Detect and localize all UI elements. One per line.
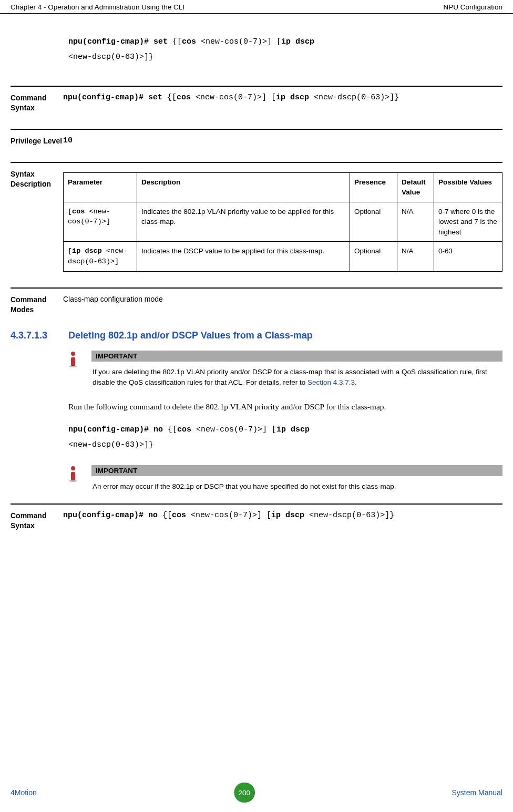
param-bold: cos	[72, 208, 85, 215]
td-default: N/A	[397, 242, 434, 271]
command-syntax2-row: Command Syntax npu(config-cmap)# no {[co…	[11, 503, 502, 531]
syntax-table: Parameter Description Presence Default V…	[63, 172, 502, 272]
syntax-desc-row: Syntax Description Parameter Description…	[11, 162, 502, 272]
header-left: Chapter 4 - Operation and Administration…	[11, 3, 184, 11]
td-desc: Indicates the 802.1p VLAN priority value…	[137, 202, 350, 242]
td-desc: Indicates the DSCP value to be applied f…	[137, 242, 350, 271]
cmdno-cos: cos	[177, 425, 191, 434]
param-pre: [	[68, 208, 72, 215]
command-modes-label: Command Modes	[11, 295, 63, 315]
cs2-seg: <new-cos(0-7)>] [	[186, 511, 271, 520]
th-presence: Presence	[350, 172, 397, 202]
important-head: IMPORTANT	[91, 465, 502, 476]
command-syntax2-content: npu(config-cmap)# no {[cos <new-cos(0-7)…	[63, 511, 502, 531]
table-header-row: Parameter Description Presence Default V…	[64, 172, 502, 202]
cmdno-ipdscp: ip dscp	[276, 425, 310, 434]
important-icon	[68, 351, 91, 387]
footer-right[interactable]: System Manual	[452, 788, 502, 797]
important-icon	[68, 465, 91, 492]
run-command-paragraph: Run the following command to delete the …	[68, 399, 502, 415]
command-syntax-content: npu(config-cmap)# set {[cos <new-cos(0-7…	[63, 93, 502, 113]
important-note-1: IMPORTANT If you are deleting the 802.1p…	[68, 351, 502, 387]
header-divider	[0, 13, 513, 14]
cmd-seg: <new-cos(0-7)>] [	[196, 37, 281, 46]
important-text-body: If you are deleting the 802.1p VLAN prio…	[93, 368, 487, 386]
important-text: If you are deleting the 802.1p VLAN prio…	[91, 367, 502, 387]
syntax-desc-label: Syntax Description	[11, 169, 63, 272]
cmd-seg: {[	[168, 37, 182, 46]
td-param: [ip dscp <new-dscp(0-63)>]	[64, 242, 137, 271]
cmdno-prefix: npu(config-cmap)# no	[68, 425, 163, 434]
footer-left[interactable]: 4Motion	[11, 788, 37, 797]
important-text: An error may occur if the 802.1p or DSCP…	[91, 481, 502, 492]
cs-prefix: npu(config-cmap)# set	[63, 93, 162, 102]
th-parameter: Parameter	[64, 172, 137, 202]
command-no: npu(config-cmap)# no {[cos <new-cos(0-7)…	[68, 423, 502, 453]
cs2-ipdscp: ip dscp	[271, 511, 304, 520]
td-presence: Optional	[350, 242, 397, 271]
syntax-desc-content: Parameter Description Presence Default V…	[63, 169, 502, 272]
th-default: Default Value	[397, 172, 434, 202]
cs-seg: <new-cos(0-7)>] [	[191, 93, 276, 102]
td-param: [cos <new-cos(0-7)>]	[64, 202, 137, 242]
cs2-seg: <new-dscp(0-63)>]}	[304, 511, 394, 520]
cmd-ipdscp: ip dscp	[281, 37, 314, 46]
cmdno-seg: {[	[163, 425, 177, 434]
cs2-seg: {[	[158, 511, 172, 520]
privilege-value-text: 10	[63, 136, 73, 145]
td-possible: 0-7 where 0 is the lowest and 7 is the h…	[434, 202, 502, 242]
cs-seg: {[	[162, 93, 177, 102]
table-row: [cos <new-cos(0-7)>] Indicates the 802.1…	[64, 202, 502, 242]
cmd-line2: <new-dscp(0-63)>]}	[68, 53, 153, 61]
page-number-badge: 200	[234, 783, 254, 803]
cmd-cos: cos	[182, 37, 196, 46]
th-description: Description	[137, 172, 350, 202]
cmd-prefix: npu(config-cmap)# set	[68, 37, 168, 46]
command-syntax2-label: Command Syntax	[11, 511, 63, 531]
privilege-value: 10	[63, 136, 502, 146]
important-note-2: IMPORTANT An error may occur if the 802.…	[68, 465, 502, 492]
cs2-prefix: npu(config-cmap)# no	[63, 511, 158, 520]
cs-ipdscp: ip dscp	[276, 93, 309, 102]
command-modes-row: Command Modes Class-map configuration mo…	[11, 287, 502, 315]
cmdno-seg: <new-cos(0-7)>] [	[191, 425, 276, 434]
section-link[interactable]: Section 4.3.7.3	[307, 378, 355, 386]
command-modes-value: Class-map configuration mode	[63, 295, 502, 315]
section-heading: 4.3.7.1.3 Deleting 802.1p and/or DSCP Va…	[11, 330, 502, 341]
th-possible: Possible Values	[434, 172, 502, 202]
privilege-row: Privilege Level 10	[11, 129, 502, 146]
section-number: 4.3.7.1.3	[11, 330, 68, 341]
important-head: IMPORTANT	[91, 351, 502, 362]
td-presence: Optional	[350, 202, 397, 242]
param-pre: [	[68, 247, 72, 255]
command-syntax-label: Command Syntax	[11, 93, 63, 113]
cs-cos: cos	[177, 93, 191, 102]
td-default: N/A	[397, 202, 434, 242]
command-syntax-row: Command Syntax npu(config-cmap)# set {[c…	[11, 86, 502, 113]
cmdno-line2: <new-dscp(0-63)>]}	[68, 440, 153, 449]
privilege-label: Privilege Level	[11, 136, 63, 146]
param-bold: ip dscp	[72, 247, 102, 255]
td-possible: 0-63	[434, 242, 502, 271]
footer: 4Motion 200 System Manual	[0, 783, 513, 803]
command-intro: npu(config-cmap)# set {[cos <new-cos(0-7…	[68, 35, 502, 65]
table-row: [ip dscp <new-dscp(0-63)>] Indicates the…	[64, 242, 502, 271]
section-title: Deleting 802.1p and/or DSCP Values from …	[68, 330, 313, 341]
cs-seg: <new-dscp(0-63)>]}	[309, 93, 399, 102]
cs2-cos: cos	[172, 511, 186, 520]
header-right: NPU Configuration	[443, 3, 502, 11]
important-after: .	[355, 378, 357, 386]
